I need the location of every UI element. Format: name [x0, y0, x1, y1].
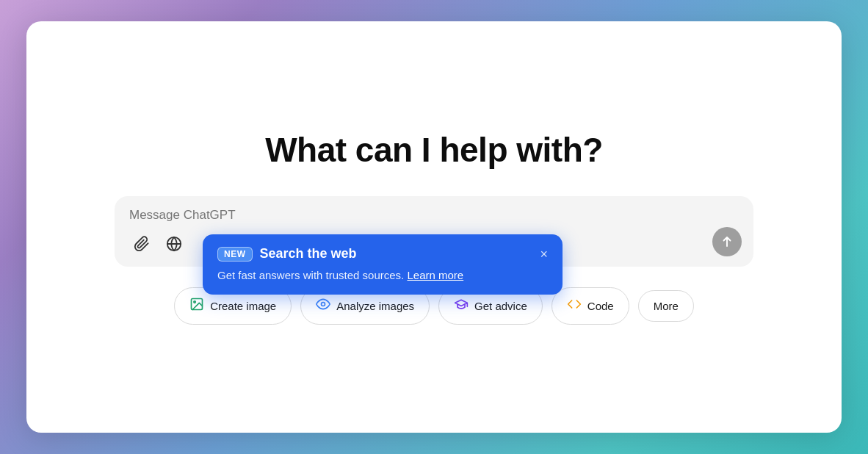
tooltip-body-text: Get fast answers with trusted sources.	[217, 269, 404, 281]
code-button[interactable]: Code	[551, 287, 629, 325]
tooltip-popup: NEW Search the web × Get fast answers wi…	[203, 234, 563, 295]
tooltip-learn-more-link[interactable]: Learn more	[407, 269, 463, 281]
analyze-images-icon	[316, 297, 330, 315]
globe-icon-button[interactable]	[162, 231, 187, 256]
main-card: What can I help with?	[26, 21, 842, 433]
tooltip-header: NEW Search the web ×	[217, 246, 548, 262]
get-advice-label: Get advice	[474, 300, 527, 312]
svg-point-4	[322, 302, 325, 306]
more-button[interactable]: More	[638, 290, 694, 322]
tooltip-body: Get fast answers with trusted sources. L…	[217, 267, 548, 283]
more-label: More	[654, 300, 679, 312]
page-heading: What can I help with?	[265, 130, 603, 170]
tooltip-title: Search the web	[260, 246, 357, 262]
create-image-label: Create image	[210, 300, 276, 312]
tooltip-close-button[interactable]: ×	[540, 248, 548, 261]
attach-icon-button[interactable]	[129, 231, 154, 256]
analyze-images-label: Analyze images	[336, 300, 414, 312]
code-label: Code	[587, 300, 614, 312]
message-input[interactable]	[129, 208, 739, 223]
svg-point-3	[194, 300, 196, 303]
get-advice-icon	[454, 297, 469, 315]
tooltip-title-row: NEW Search the web	[217, 246, 357, 262]
code-icon	[567, 297, 582, 315]
create-image-icon	[189, 297, 204, 315]
new-badge: NEW	[217, 247, 253, 262]
send-button[interactable]	[712, 227, 742, 256]
